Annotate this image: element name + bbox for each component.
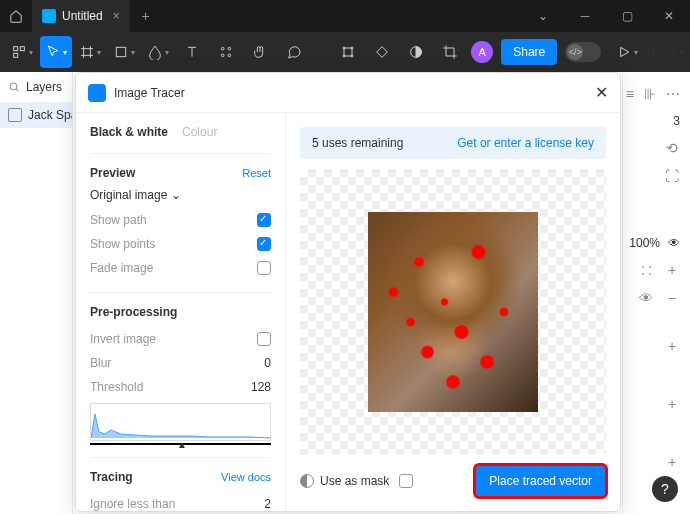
mask-icon xyxy=(300,474,314,488)
svg-point-13 xyxy=(228,54,231,57)
svg-line-21 xyxy=(16,89,19,92)
eye-icon[interactable]: 👁 xyxy=(668,236,680,250)
comment-tool[interactable] xyxy=(278,36,310,68)
original-image-dropdown[interactable]: Original image⌄ xyxy=(90,188,271,202)
invert-checkbox[interactable] xyxy=(257,332,271,346)
image-layer-icon xyxy=(8,108,22,122)
threshold-value[interactable]: 128 xyxy=(251,380,271,394)
svg-point-20 xyxy=(10,83,17,90)
play-button[interactable]: ▾ xyxy=(611,36,643,68)
text-tool[interactable] xyxy=(176,36,208,68)
svg-rect-2 xyxy=(14,53,18,57)
uses-remaining: 5 uses remaining xyxy=(312,136,403,150)
fade-image-checkbox[interactable] xyxy=(257,261,271,275)
place-traced-vector-button[interactable]: Place traced vector xyxy=(475,465,606,497)
shape-tool[interactable]: ▾ xyxy=(108,36,140,68)
contrast-tool[interactable] xyxy=(400,36,432,68)
crop-tool[interactable] xyxy=(434,36,466,68)
avatar[interactable]: A xyxy=(471,41,493,63)
plus-icon[interactable]: + xyxy=(664,338,680,354)
tab-bw[interactable]: Black & white xyxy=(90,125,168,139)
menu-tool[interactable]: ▾ xyxy=(6,36,38,68)
svg-point-10 xyxy=(221,47,224,50)
dev-mode-toggle[interactable]: </> xyxy=(565,42,601,62)
license-banner: 5 uses remaining Get or enter a license … xyxy=(300,127,606,159)
minimize-icon[interactable]: ─ xyxy=(564,0,606,32)
diamond-tool[interactable] xyxy=(366,36,398,68)
tab-title: Untitled xyxy=(62,9,103,23)
svg-rect-14 xyxy=(344,48,352,56)
grid-icon[interactable]: ⸬ xyxy=(638,262,654,278)
use-as-mask-checkbox[interactable] xyxy=(399,474,413,488)
preview-canvas[interactable] xyxy=(300,169,606,455)
settings-panel: Black & white Colour Preview Reset Origi… xyxy=(76,113,286,511)
dialog-title: Image Tracer xyxy=(114,86,595,100)
plus-icon[interactable]: + xyxy=(664,396,680,412)
plus-icon[interactable]: + xyxy=(664,262,680,278)
histogram[interactable] xyxy=(90,403,271,441)
expand-icon[interactable]: ⛶ xyxy=(664,168,680,184)
maximize-icon[interactable]: ▢ xyxy=(606,0,648,32)
preview-heading: Preview xyxy=(90,166,135,180)
tracer-icon xyxy=(88,84,106,102)
close-icon[interactable]: ✕ xyxy=(648,0,690,32)
zoom-level[interactable]: 100%▾ xyxy=(645,45,684,59)
mode-tabs: Black & white Colour xyxy=(90,125,271,139)
document-tab[interactable]: Untitled × xyxy=(32,0,130,32)
show-points-checkbox[interactable] xyxy=(257,237,271,251)
window-controls: ⌄ ─ ▢ ✕ xyxy=(522,0,690,32)
align-h-icon[interactable]: ≡ xyxy=(626,86,634,102)
svg-rect-1 xyxy=(20,47,24,51)
chevron-down-icon[interactable]: ⌄ xyxy=(522,0,564,32)
toolbar: ▾ ▾ ▾ ▾ ▾ A Share </> ▾ 100%▾ xyxy=(0,32,690,72)
close-tab-icon[interactable]: × xyxy=(113,9,120,23)
svg-point-12 xyxy=(221,54,224,57)
rotate-icon[interactable]: ⟲ xyxy=(664,140,680,156)
titlebar: Untitled × + ⌄ ─ ▢ ✕ xyxy=(0,0,690,32)
more-icon[interactable]: ⋯ xyxy=(666,86,680,102)
preview-panel: 5 uses remaining Get or enter a license … xyxy=(286,113,620,511)
svg-rect-7 xyxy=(116,47,125,56)
threshold-slider[interactable]: ▲ xyxy=(90,443,271,445)
svg-point-11 xyxy=(228,47,231,50)
plus-icon[interactable]: + xyxy=(664,454,680,470)
show-path-checkbox[interactable] xyxy=(257,213,271,227)
license-link[interactable]: Get or enter a license key xyxy=(457,136,594,150)
layer-item[interactable]: Jack Spa xyxy=(0,102,72,128)
transform-tool[interactable] xyxy=(332,36,364,68)
tab-colour[interactable]: Colour xyxy=(182,125,217,139)
new-tab-button[interactable]: + xyxy=(130,8,162,24)
components-tool[interactable] xyxy=(210,36,242,68)
reset-button[interactable]: Reset xyxy=(242,167,271,179)
tracing-heading: Tracing xyxy=(90,470,133,484)
tab-icon xyxy=(42,9,56,23)
image-tracer-dialog: Image Tracer ✕ Black & white Colour Prev… xyxy=(75,72,621,512)
close-dialog-icon[interactable]: ✕ xyxy=(595,83,608,102)
opacity-row: 100% 👁 xyxy=(627,230,686,256)
value-row: 3 xyxy=(627,108,686,134)
layers-panel: Layers Jack Spa xyxy=(0,72,73,514)
hand-tool[interactable] xyxy=(244,36,276,68)
align-v-icon[interactable]: ⊪ xyxy=(644,86,656,102)
svg-rect-0 xyxy=(14,47,18,51)
traced-image-preview xyxy=(368,212,538,412)
view-docs-link[interactable]: View docs xyxy=(221,471,271,483)
layers-header[interactable]: Layers xyxy=(0,72,72,102)
help-button[interactable]: ? xyxy=(652,476,678,502)
home-icon[interactable] xyxy=(0,9,32,23)
ignore-value[interactable]: 2 xyxy=(264,497,271,511)
minus-icon[interactable]: − xyxy=(664,290,680,306)
eye-icon[interactable]: 👁 xyxy=(638,290,654,306)
blur-value[interactable]: 0 xyxy=(264,356,271,370)
pen-tool[interactable]: ▾ xyxy=(142,36,174,68)
use-as-mask-option: Use as mask xyxy=(300,474,413,488)
frame-tool[interactable]: ▾ xyxy=(74,36,106,68)
preprocessing-heading: Pre-processing xyxy=(90,305,177,319)
properties-panel: ≡ ⊪ ⋯ 3 ⟲ ⛶ 100% 👁 ⸬ + 👁 − + + + xyxy=(622,72,690,512)
move-tool[interactable]: ▾ xyxy=(40,36,72,68)
share-button[interactable]: Share xyxy=(501,39,557,65)
